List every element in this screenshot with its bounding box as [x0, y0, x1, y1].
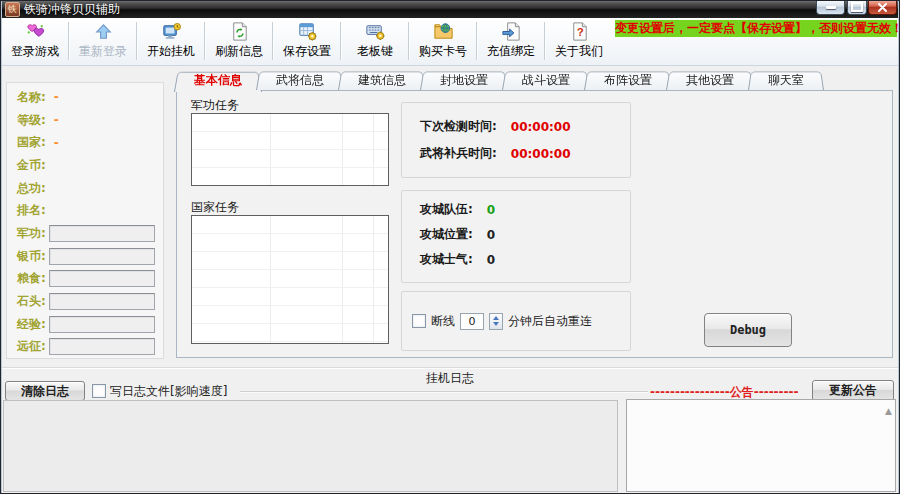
toolbar-label: 充值绑定 — [487, 43, 535, 60]
toolbar-separator — [272, 22, 274, 60]
stat-label: 名称: — [17, 89, 46, 106]
reconnect-minutes-stepper[interactable] — [489, 313, 503, 330]
toolbar-label: 重新登录 — [79, 43, 127, 60]
silver-field[interactable] — [49, 248, 155, 265]
tab-building-info[interactable]: 建筑信息 — [345, 70, 419, 90]
toolbar-separator — [68, 22, 70, 60]
horizontal-divider — [0, 367, 900, 369]
toolbar-button-refresh-info[interactable]: 刷新信息 — [207, 18, 271, 65]
next-check-label: 下次检测时间: — [420, 118, 497, 135]
clear-log-button[interactable]: 清除日志 — [5, 381, 85, 401]
minimize-button[interactable] — [816, 0, 845, 15]
field-row-merit: 军功: — [17, 222, 155, 245]
reinforce-time-row: 武将补兵时间: 00:00:00 — [420, 145, 630, 162]
close-button[interactable] — [868, 0, 897, 15]
doc-arrow-icon — [500, 20, 523, 43]
field-label: 粮食: — [17, 270, 46, 287]
field-label: 经验: — [17, 316, 46, 333]
tab-formation-settings[interactable]: 布阵设置 — [591, 70, 665, 90]
stat-label: 国家: — [17, 134, 46, 151]
tab-battle-settings[interactable]: 战斗设置 — [509, 70, 583, 90]
stat-label: 总功: — [17, 180, 46, 197]
maximize-button[interactable] — [847, 0, 867, 15]
arrow-up-icon — [92, 20, 115, 43]
app-icon: 铁 — [5, 2, 20, 17]
siege-morale-label: 攻城士气: — [420, 251, 473, 268]
field-label: 军功: — [17, 225, 46, 242]
monitor-clock-icon — [160, 20, 183, 43]
spin-down-icon[interactable] — [493, 322, 499, 326]
toolbar-label: 老板键 — [357, 43, 393, 60]
write-log-label: 写日志文件[影响速度] — [110, 383, 227, 400]
stat-label: 排名: — [17, 202, 46, 219]
toolbar-button-boss-key[interactable]: 老板键 — [343, 18, 407, 65]
stat-row-level: 等级:- — [17, 109, 155, 132]
toolbar-button-start-hangup[interactable]: 开始挂机 — [139, 18, 203, 65]
stat-label: 金币: — [17, 157, 46, 174]
folder-globe-icon — [432, 20, 455, 43]
country-task-list[interactable] — [191, 215, 389, 344]
siege-position-value: 0 — [487, 228, 495, 242]
exp-field[interactable] — [49, 316, 155, 333]
tab-fief-settings[interactable]: 封地设置 — [427, 70, 501, 90]
reconnect-minutes-input[interactable]: 0 — [460, 313, 484, 330]
reinforce-time-label: 武将补兵时间: — [420, 145, 497, 162]
toolbar-label: 刷新信息 — [215, 43, 263, 60]
spin-up-icon[interactable] — [493, 316, 499, 320]
stat-row-country: 国家:- — [17, 131, 155, 154]
country-task-title: 国家任务 — [191, 199, 239, 216]
tab-other-settings[interactable]: 其他设置 — [673, 70, 747, 90]
tab-chat-room[interactable]: 聊天室 — [755, 70, 817, 90]
hangup-log-area[interactable] — [3, 400, 618, 492]
toolbar-label: 开始挂机 — [147, 43, 195, 60]
etched-divider — [240, 391, 648, 393]
siege-morale-row: 攻城士气: 0 — [420, 251, 630, 268]
merit-field[interactable] — [49, 225, 155, 242]
maximize-icon — [851, 2, 863, 12]
toolbar-separator — [204, 22, 206, 60]
toolbar-label: 登录游戏 — [11, 43, 59, 60]
field-row-silver: 银币: — [17, 245, 155, 268]
tab-general-info[interactable]: 武将信息 — [263, 70, 337, 90]
toolbar-button-login-game[interactable]: 登录游戏 — [3, 18, 67, 65]
toolbar-button-relogin[interactable]: 重新登录 — [71, 18, 135, 65]
field-row-expedition: 远征: — [17, 335, 155, 358]
stat-row-gold: 金币: — [17, 154, 155, 177]
toolbar-separator — [136, 22, 138, 60]
minimize-icon — [826, 6, 836, 9]
tab-basic-info[interactable]: 基本信息 — [181, 70, 255, 90]
stat-label: 等级: — [17, 112, 46, 129]
write-log-checkbox[interactable] — [92, 384, 106, 398]
food-field[interactable] — [49, 270, 155, 287]
field-label: 石头: — [17, 293, 46, 310]
siege-groupbox: 攻城队伍: 0 攻城位置: 0 攻城士气: 0 — [401, 190, 631, 283]
disconnect-checkbox[interactable] — [412, 314, 426, 328]
settings-warning-banner: 变更设置后，一定要点【保存设置】，否则设置无效！ — [615, 20, 897, 37]
field-row-exp: 经验: — [17, 313, 155, 336]
scroll-up-icon[interactable]: ▲ — [885, 406, 892, 416]
siege-position-label: 攻城位置: — [420, 226, 473, 243]
debug-button[interactable]: Debug — [704, 313, 792, 347]
title-bar[interactable]: 铁 铁骑冲锋贝贝辅助 — [0, 0, 900, 18]
toolbar-button-buy-card[interactable]: 购买卡号 — [411, 18, 475, 65]
update-announcement-button[interactable]: 更新公告 — [812, 380, 894, 401]
siege-position-row: 攻城位置: 0 — [420, 226, 630, 243]
merit-task-list[interactable] — [191, 113, 389, 186]
announcement-area[interactable]: ▲ — [626, 399, 896, 492]
toolbar-button-recharge-bind[interactable]: 充值绑定 — [479, 18, 543, 65]
player-info-sidebar: 名称:- 等级:- 国家:- 金币: 总功: 排名: 军功: 银币: 粮食: 石… — [6, 82, 164, 359]
stat-row-rank: 排名: — [17, 199, 155, 222]
doc-question-icon: ? — [568, 20, 591, 43]
toolbar-button-save-settings[interactable]: 保存设置 — [275, 18, 339, 65]
toolbar-label: 关于我们 — [555, 43, 603, 60]
toolbar-button-about-us[interactable]: ? 关于我们 — [547, 18, 611, 65]
toolbar-separator — [340, 22, 342, 60]
toolbar-label: 保存设置 — [283, 43, 331, 60]
reconnect-row: 断线 0 分钟后自动重连 — [412, 292, 592, 350]
stone-field[interactable] — [49, 293, 155, 310]
expedition-field[interactable] — [49, 338, 155, 355]
toolbar-separator — [476, 22, 478, 60]
field-row-food: 粮食: — [17, 267, 155, 290]
stat-row-name: 名称:- — [17, 86, 155, 109]
timer-groupbox: 下次检测时间: 00:00:00 武将补兵时间: 00:00:00 — [401, 102, 631, 178]
